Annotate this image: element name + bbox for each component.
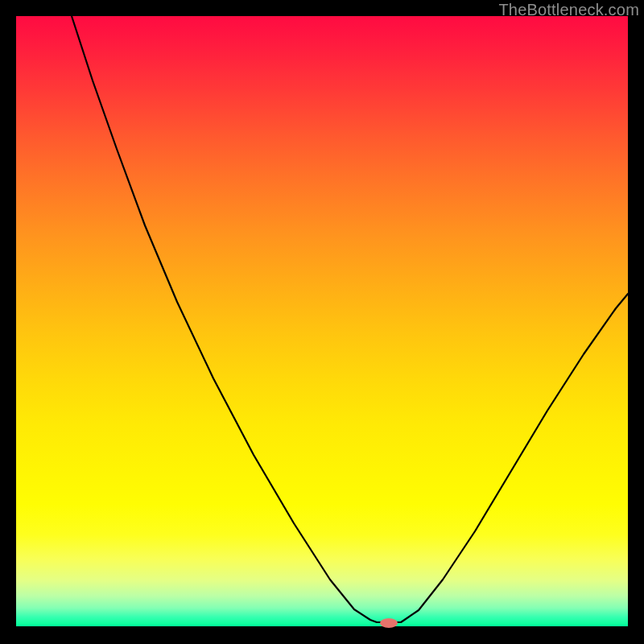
- chart-svg: [16, 16, 628, 626]
- chart-frame: TheBottleneck.com: [0, 0, 644, 644]
- watermark-text: TheBottleneck.com: [498, 1, 639, 19]
- bottleneck-curve: [72, 16, 628, 622]
- optimal-marker: [380, 618, 398, 628]
- plot-area: [16, 16, 628, 626]
